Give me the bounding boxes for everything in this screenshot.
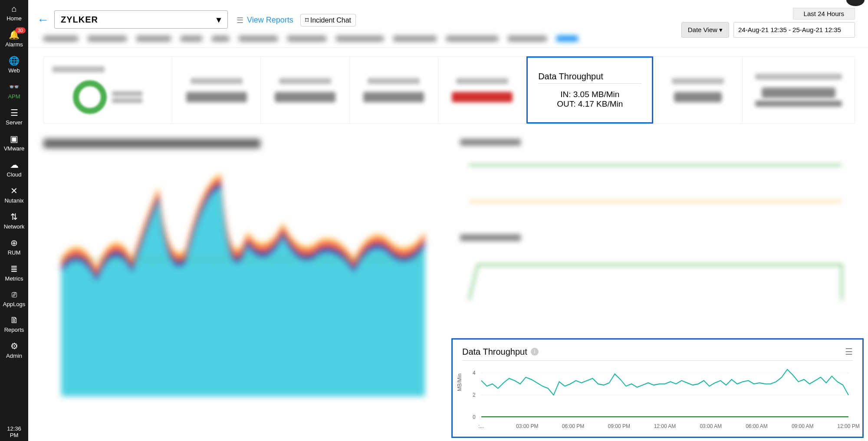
time-preset-label: Last 24 Hours xyxy=(793,8,855,20)
chevron-down-icon: ▾ xyxy=(719,26,723,33)
stat-card-blurred xyxy=(260,56,349,124)
app-select-value: ZYLKER xyxy=(61,15,98,25)
sidebar-item-nutanix[interactable]: ✕Nutanix xyxy=(0,182,28,208)
svg-rect-3 xyxy=(469,200,842,202)
x-tick: 12:00 AM xyxy=(654,423,676,429)
sidebar-item-server[interactable]: ☰Server xyxy=(0,104,28,130)
stat-card-health xyxy=(43,56,172,124)
stats-cards-row: Data Throughput IN: 3.05 MB/Min OUT: 4.1… xyxy=(43,56,855,124)
sidebar-item-reports[interactable]: 🗎Reports xyxy=(0,311,28,337)
stat-card-blurred xyxy=(172,56,260,124)
stat-title: Data Throughput xyxy=(538,72,641,84)
left-sidebar: ⌂Home🔔Alarms30🌐Web👓APM☰Server▣VMware☁Clo… xyxy=(0,0,28,441)
stat-card-blurred xyxy=(438,56,526,124)
x-tick: 03:00 PM xyxy=(516,423,538,429)
y-tick: 4 xyxy=(473,370,476,376)
nutanix-icon: ✕ xyxy=(10,186,18,196)
sidebar-item-web[interactable]: 🌐Web xyxy=(0,52,28,78)
tab-row-blurred xyxy=(43,36,855,49)
sidebar-item-metrics[interactable]: ≣Metrics xyxy=(0,260,28,286)
metrics-icon: ≣ xyxy=(10,264,18,274)
stat-card-data-throughput: Data Throughput IN: 3.05 MB/Min OUT: 4.1… xyxy=(526,56,653,124)
y-tick: 0 xyxy=(473,414,476,420)
server-icon: ☰ xyxy=(10,108,18,118)
sidebar-item-admin[interactable]: ⚙Admin xyxy=(0,337,28,363)
sidebar-item-cloud[interactable]: ☁Cloud xyxy=(0,156,28,182)
chat-icon: ⌑ xyxy=(305,16,309,24)
data-throughput-chart-panel: Data Throughput i ☰ MB/Min 024 :...03:00… xyxy=(451,338,864,438)
sidebar-item-network[interactable]: ⇅Network xyxy=(0,208,28,234)
vmware-icon: ▣ xyxy=(10,134,18,144)
y-tick: 2 xyxy=(473,392,476,398)
admin-icon: ⚙ xyxy=(10,341,18,351)
cloud-icon: ☁ xyxy=(10,160,19,170)
applogs-icon: ⎚ xyxy=(12,290,17,300)
x-tick: 09:00 PM xyxy=(608,423,630,429)
home-icon: ⌂ xyxy=(11,4,16,14)
x-tick: 06:00 AM xyxy=(746,423,768,429)
info-icon[interactable]: i xyxy=(531,348,539,356)
apm-icon: 👓 xyxy=(9,82,20,92)
response-time-chart-blurred xyxy=(43,139,443,408)
back-arrow-icon[interactable]: ← xyxy=(37,13,49,27)
x-tick: 09:00 AM xyxy=(792,423,814,429)
chart-title: Data Throughput i xyxy=(462,347,539,357)
chevron-down-icon: ▾ xyxy=(217,14,221,25)
health-donut-icon xyxy=(73,80,107,114)
request-throughput-chart-blurred xyxy=(460,234,851,321)
stat-in-line: IN: 3.05 MB/Min xyxy=(538,90,641,99)
sidebar-item-alarms[interactable]: 🔔Alarms30 xyxy=(0,26,28,52)
stat-card-blurred xyxy=(653,56,742,124)
sidebar-item-vmware[interactable]: ▣VMware xyxy=(0,130,28,156)
stat-card-blurred xyxy=(742,56,855,124)
hamburger-icon[interactable]: ☰ xyxy=(237,16,243,25)
sidebar-item-rum[interactable]: ⊕RUM xyxy=(0,234,28,260)
view-reports-link[interactable]: View Reports xyxy=(247,16,293,25)
x-tick: 03:00 AM xyxy=(700,423,722,429)
incident-chat-button[interactable]: ⌑ Incident Chat xyxy=(300,14,356,26)
reports-icon: 🗎 xyxy=(10,315,19,325)
alarm-badge: 30 xyxy=(15,27,26,33)
stat-out-line: OUT: 4.17 KB/Min xyxy=(538,99,641,109)
chart-menu-icon[interactable]: ☰ xyxy=(845,346,853,357)
throughput-chart: MB/Min 024 :...03:00 PM06:00 PM09:00 PM1… xyxy=(462,364,853,429)
stat-card-blurred xyxy=(349,56,438,124)
x-tick: 12:00 PM xyxy=(837,423,859,429)
x-tick: 06:00 PM xyxy=(562,423,584,429)
apdex-chart-blurred xyxy=(460,139,851,225)
x-tick: :... xyxy=(478,423,484,429)
y-axis-label: MB/Min xyxy=(457,373,463,391)
sidebar-item-apm[interactable]: 👓APM xyxy=(0,78,28,104)
sidebar-clock: 12:36 PM xyxy=(0,423,28,441)
rum-icon: ⊕ xyxy=(10,238,18,248)
topbar-links: ☰ View Reports ⌑ Incident Chat xyxy=(237,14,356,26)
network-icon: ⇅ xyxy=(10,212,18,222)
sidebar-item-applogs[interactable]: ⎚AppLogs xyxy=(0,286,28,311)
avatar[interactable] xyxy=(846,0,865,6)
web-icon: 🌐 xyxy=(9,56,20,66)
sidebar-item-home[interactable]: ⌂Home xyxy=(0,0,28,26)
app-select-dropdown[interactable]: ZYLKER ▾ xyxy=(54,10,228,29)
